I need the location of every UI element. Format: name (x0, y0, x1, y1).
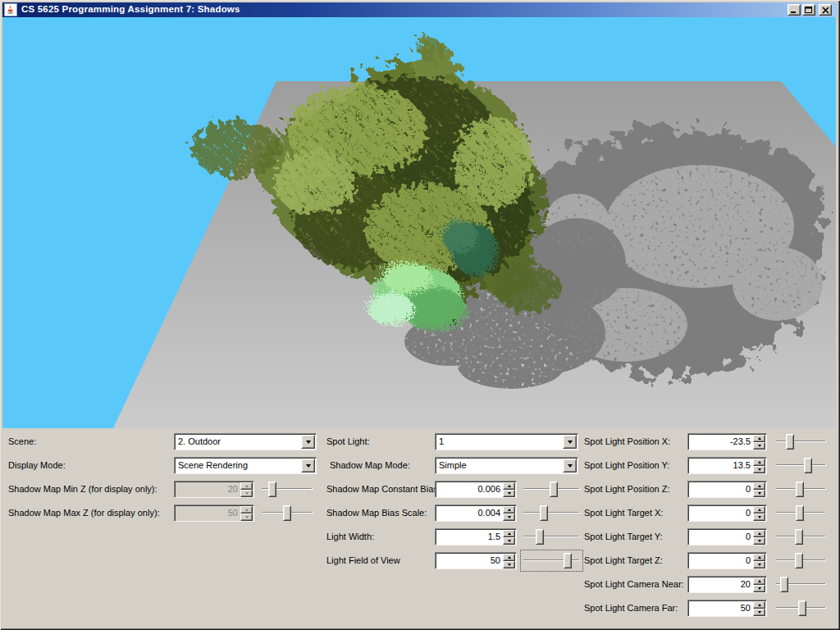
shadow-map-min-z-slider[interactable] (261, 481, 313, 498)
spot-light-position-x-spinner[interactable]: -23.5 (687, 433, 767, 450)
chevron-down-icon (758, 540, 761, 544)
control-panel: Scene: 2. Outdoor Spot Light: 1 Spot Lig… (2, 428, 838, 625)
spinner-up-button[interactable] (753, 554, 765, 561)
spot-light-position-y-slider[interactable] (775, 457, 827, 474)
spinner-down-button[interactable] (503, 537, 515, 545)
chevron-up-icon (758, 483, 761, 487)
slider-track (776, 441, 826, 442)
display-mode-label: Display Mode: (8, 457, 66, 474)
spot-light-camera-far-spinner[interactable]: 50 (687, 600, 767, 617)
chevron-down-icon (758, 468, 761, 472)
spot-light-camera-near-spinner[interactable]: 20 (687, 576, 767, 593)
scene-combo[interactable]: 2. Outdoor (174, 433, 317, 450)
shadow-map-mode-combo[interactable]: Simple (435, 457, 578, 474)
display-mode-combo[interactable]: Scene Rendering (174, 457, 317, 474)
spinner-down-button[interactable] (753, 466, 765, 473)
spot-light-target-y-spinner[interactable]: 0 (687, 528, 767, 546)
shadow-map-bias-scale-slider[interactable] (523, 504, 581, 522)
spinner-up-button[interactable] (753, 435, 765, 442)
shadow-map-bias-scale-spinner[interactable]: 0.004 (435, 504, 517, 522)
java-coffee-cup-icon[interactable] (4, 3, 17, 16)
spot-light-target-z-slider[interactable] (775, 552, 827, 569)
maximize-button[interactable] (802, 4, 815, 16)
spinner-down-button[interactable] (503, 561, 515, 568)
spinner-value: 20 (741, 577, 751, 592)
slider-thumb[interactable] (268, 482, 276, 497)
slider-thumb[interactable] (550, 482, 558, 497)
slider-thumb[interactable] (780, 577, 788, 592)
combo-dropdown-button[interactable] (301, 435, 315, 449)
shadow-map-constant-bias-spinner[interactable]: 0.006 (435, 481, 517, 498)
spinner-up-button[interactable] (753, 578, 765, 585)
slider-thumb[interactable] (796, 482, 804, 497)
spinner-up-button[interactable] (753, 506, 765, 514)
shadow-map-max-z-spinner: 50 (174, 504, 254, 522)
spinner-down-button[interactable] (753, 585, 765, 592)
combo-dropdown-button[interactable] (301, 459, 315, 472)
spinner-down-button[interactable] (753, 537, 765, 545)
combo-value: 1 (439, 434, 444, 450)
spinner-up-button[interactable] (503, 530, 515, 537)
slider-thumb[interactable] (798, 600, 806, 616)
spinner-down-button[interactable] (753, 609, 765, 616)
slider-thumb[interactable] (795, 553, 803, 568)
spot-light-position-z-slider[interactable] (775, 481, 827, 498)
slider-thumb[interactable] (795, 529, 803, 545)
combo-dropdown-button[interactable] (563, 459, 577, 472)
spinner-up-button[interactable] (753, 459, 765, 466)
spinner-down-button[interactable] (753, 490, 765, 497)
slider-thumb[interactable] (786, 434, 794, 450)
scene-label: Scene: (8, 433, 36, 450)
combo-dropdown-button[interactable] (563, 435, 577, 449)
chevron-down-icon (508, 516, 511, 520)
spot-light-position-y-spinner[interactable]: 13.5 (687, 457, 767, 474)
chevron-up-icon (508, 483, 511, 487)
slider-thumb[interactable] (796, 505, 804, 521)
spinner-up-button[interactable] (503, 506, 515, 514)
spot-light-camera-near-slider[interactable] (775, 576, 827, 593)
chevron-down-icon (758, 516, 761, 520)
spot-light-target-y-slider[interactable] (775, 528, 827, 546)
slider-thumb[interactable] (804, 458, 812, 473)
spinner-up-button[interactable] (503, 554, 515, 561)
title-bar[interactable]: CS 5625 Programming Assignment 7: Shadow… (2, 2, 838, 17)
spot-light-position-x-slider[interactable] (775, 433, 827, 450)
spinner-down-button[interactable] (503, 490, 515, 497)
shadow-map-max-z-slider[interactable] (261, 504, 313, 522)
spot-light-position-x-label: Spot Light Position X: (584, 433, 670, 450)
scene-viewport[interactable] (2, 17, 836, 428)
spot-light-target-z-spinner[interactable]: 0 (687, 552, 767, 569)
light-field-of-view-slider[interactable] (523, 552, 581, 569)
shadow-map-constant-bias-slider[interactable] (523, 481, 581, 498)
spinner-down-button[interactable] (753, 514, 765, 521)
minimize-button[interactable] (788, 4, 801, 16)
spinner-down-button[interactable] (503, 514, 515, 521)
spinner-up-button[interactable] (753, 601, 765, 609)
light-field-of-view-spinner[interactable]: 50 (435, 552, 517, 569)
spot-light-position-z-spinner[interactable]: 0 (687, 481, 767, 498)
spinner-down-button[interactable] (753, 442, 765, 450)
slider-thumb[interactable] (564, 553, 572, 568)
chevron-down-icon (758, 564, 761, 568)
spot-light-camera-far-slider[interactable] (775, 600, 827, 617)
spinner-value: 0.004 (477, 505, 500, 521)
light-width-spinner[interactable]: 1.5 (435, 528, 517, 546)
slider-thumb[interactable] (540, 505, 548, 521)
chevron-up-icon (245, 507, 249, 511)
chevron-down-icon (508, 540, 511, 544)
spot-light-combo[interactable]: 1 (435, 433, 578, 450)
spinner-value: -23.5 (730, 434, 751, 450)
spinner-up-button[interactable] (753, 530, 765, 537)
spinner-down-button[interactable] (753, 561, 765, 568)
spot-light-position-y-label: Spot Light Position Y: (584, 457, 669, 474)
slider-thumb[interactable] (536, 529, 544, 545)
spot-light-target-x-spinner[interactable]: 0 (687, 504, 767, 522)
light-width-slider[interactable] (523, 528, 581, 546)
spinner-up-button[interactable] (503, 482, 515, 490)
spinner-up-button[interactable] (753, 482, 765, 490)
close-button[interactable] (819, 4, 832, 16)
combo-value: Scene Rendering (178, 458, 248, 473)
spinner-up-button (240, 482, 253, 490)
slider-thumb[interactable] (283, 505, 291, 521)
spot-light-target-x-slider[interactable] (775, 504, 827, 522)
